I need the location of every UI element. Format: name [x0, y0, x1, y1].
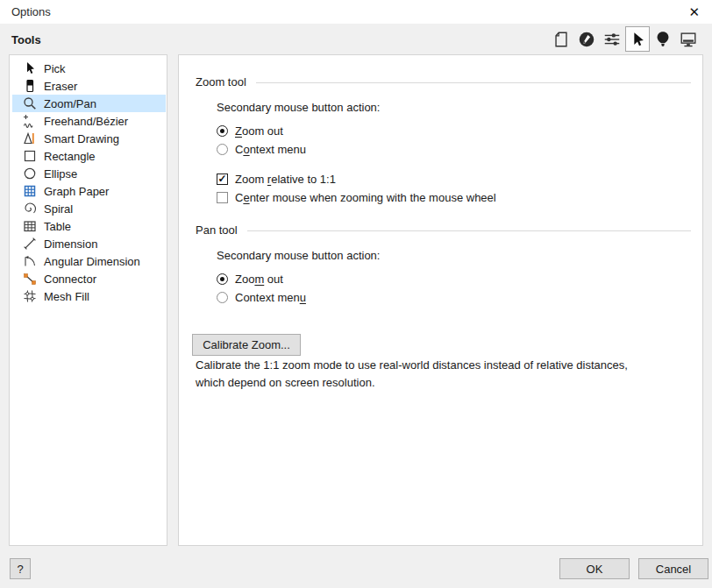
pick-icon [23, 61, 37, 75]
angular-dimension-icon [23, 254, 37, 268]
pan-tool-group-title: Pan tool [196, 223, 691, 237]
help-button[interactable]: ? [10, 558, 31, 579]
sidebar-item-rectangle[interactable]: Rectangle [12, 147, 166, 165]
radio-icon [217, 125, 228, 137]
group-title-rule [247, 230, 691, 231]
sidebar-item-pick[interactable]: Pick [12, 60, 166, 77]
freehand-bezier-icon [23, 114, 37, 128]
radio-pan-tool-zoom-out[interactable]: Zoom out [217, 272, 283, 287]
mesh-fill-icon [23, 289, 37, 303]
spiral-icon [23, 202, 37, 216]
group-title-text: Zoom tool [196, 75, 246, 89]
tab-global[interactable] [651, 26, 675, 52]
radio-label: Zoom out [235, 124, 283, 138]
sidebar-item-eraser[interactable]: Eraser [12, 77, 166, 95]
radio-icon [217, 273, 228, 285]
window-title: Options [11, 5, 51, 18]
radio-label: Context menu [235, 291, 306, 304]
eraser-icon [23, 79, 37, 93]
coreldraw-pen-icon [577, 29, 596, 50]
tools-list: Pick Eraser Zoom/Pan Freehand/Bézier Sma… [9, 54, 167, 546]
zoom-tool-group-title: Zoom tool [196, 75, 691, 89]
sidebar-item-label: Eraser [44, 80, 77, 93]
sidebar-item-angular-dimension[interactable]: Angular Dimension [12, 252, 166, 270]
radio-icon [217, 144, 228, 155]
checkbox-label: Center mouse when zooming with the mouse… [235, 191, 496, 204]
sidebar-item-label: Rectangle [44, 150, 96, 163]
group-title-rule [256, 82, 691, 83]
pointer-icon [628, 29, 647, 50]
sidebar-item-dimension[interactable]: Dimension [12, 235, 166, 252]
radio-pan-tool-context-menu[interactable]: Context menu [217, 290, 306, 305]
sidebar-item-spiral[interactable]: Spiral [12, 200, 166, 217]
options-category-toolbar [549, 26, 701, 52]
checkbox-zoom-relative[interactable]: Zoom relative to 1:1 [217, 172, 336, 187]
page-title: Tools [11, 33, 41, 46]
zoom-secondary-action-label: Secondary mouse button action: [217, 101, 380, 114]
rectangle-icon [23, 149, 37, 163]
sidebar-item-ellipse[interactable]: Ellipse [12, 165, 166, 182]
close-icon[interactable]: ✕ [688, 5, 700, 18]
sidebar-item-freehand-bezier[interactable]: Freehand/Bézier [12, 112, 166, 130]
tab-customization[interactable] [600, 26, 624, 52]
balloon-icon [653, 29, 673, 50]
sidebar-item-label: Smart Drawing [44, 132, 119, 145]
sidebar-item-label: Pick [44, 62, 66, 75]
sidebar-item-smart-drawing[interactable]: Smart Drawing [12, 130, 166, 147]
sidebar-item-label: Graph Paper [44, 185, 109, 198]
connector-icon [23, 272, 37, 286]
calibrate-description: Calibrate the 1:1 zoom mode to use real-… [196, 357, 628, 392]
graph-paper-icon [23, 184, 37, 198]
calibrate-zoom-button[interactable]: Calibrate Zoom... [192, 334, 301, 356]
ellipse-icon [23, 166, 37, 181]
monitor-icon [679, 29, 698, 50]
checkbox-label: Zoom relative to 1:1 [235, 173, 336, 186]
table-icon [23, 219, 37, 233]
sidebar-item-connector[interactable]: Connector [12, 270, 166, 287]
radio-icon [217, 292, 228, 303]
sidebar-item-graph-paper[interactable]: Graph Paper [12, 182, 166, 200]
tab-workspaces[interactable] [676, 26, 701, 52]
cancel-button[interactable]: Cancel [638, 558, 708, 579]
checkbox-icon [217, 192, 228, 203]
settings-panel: Zoom tool Secondary mouse button action:… [178, 54, 703, 546]
sidebar-item-table[interactable]: Table [12, 217, 166, 235]
sidebar-item-label: Ellipse [44, 167, 77, 181]
sidebar-item-label: Dimension [44, 237, 97, 251]
radio-label: Zoom out [235, 273, 283, 286]
group-title-text: Pan tool [196, 223, 238, 237]
checkbox-icon [217, 174, 228, 185]
pan-secondary-action-label: Secondary mouse button action: [217, 249, 380, 262]
sidebar-item-label: Zoom/Pan [44, 97, 96, 110]
tab-document[interactable] [549, 26, 573, 52]
sidebar-item-mesh-fill[interactable]: Mesh Fill [12, 287, 166, 305]
tab-coreldraw[interactable] [574, 26, 599, 52]
dimension-icon [23, 237, 37, 251]
tab-tools[interactable] [625, 26, 650, 52]
radio-zoom-tool-context-menu[interactable]: Context menu [217, 142, 306, 157]
sidebar-item-label: Spiral [44, 202, 73, 216]
radio-label: Context menu [235, 143, 306, 156]
sidebar-item-label: Table [44, 220, 71, 233]
checkbox-center-mouse[interactable]: Center mouse when zooming with the mouse… [217, 190, 496, 205]
sliders-icon [602, 29, 622, 50]
zoom-icon [23, 96, 37, 110]
sidebar-item-label: Mesh Fill [44, 290, 89, 303]
document-icon [552, 29, 571, 50]
ok-button[interactable]: OK [559, 558, 630, 579]
radio-zoom-tool-zoom-out[interactable]: Zoom out [217, 124, 283, 138]
smart-drawing-icon [23, 131, 37, 145]
sidebar-item-label: Connector [44, 273, 96, 286]
sidebar-item-zoom-pan[interactable]: Zoom/Pan [12, 95, 166, 112]
titlebar: Options ✕ [0, 0, 712, 24]
sidebar-item-label: Angular Dimension [44, 255, 140, 268]
sidebar-item-label: Freehand/Bézier [44, 115, 128, 128]
